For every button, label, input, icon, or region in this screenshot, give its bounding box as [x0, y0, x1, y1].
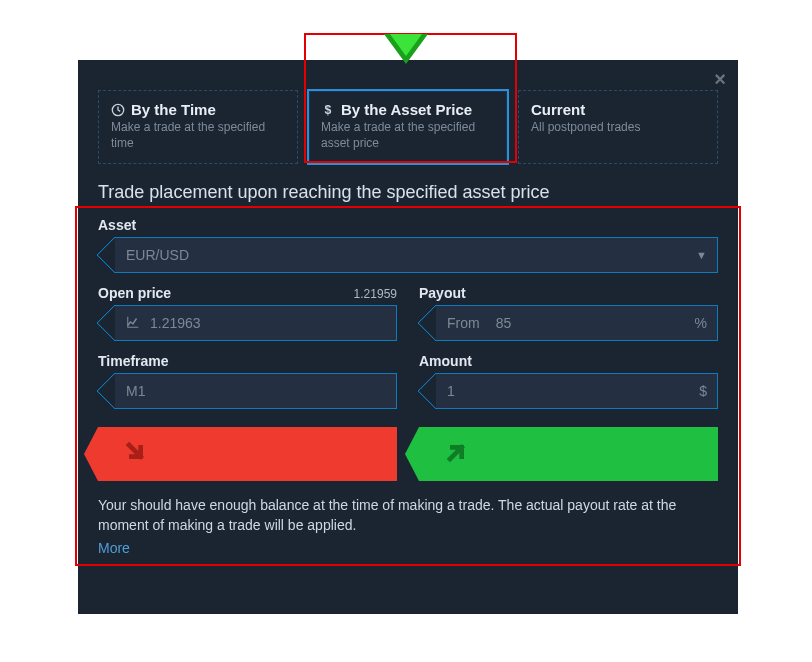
open-price-label: Open price	[98, 285, 171, 301]
open-price-hint: 1.21959	[354, 287, 397, 301]
tab-by-time[interactable]: By the Time Make a trade at the specifie…	[98, 90, 298, 164]
action-row	[98, 427, 718, 481]
arrow-up-right-icon	[443, 438, 471, 470]
clock-icon	[111, 103, 125, 117]
tab-current[interactable]: Current All postponed trades	[518, 90, 718, 164]
open-price-group: Open price 1.21959 1.21963	[98, 285, 397, 341]
timeframe-select[interactable]: M1	[98, 373, 397, 409]
timeframe-group: Timeframe M1	[98, 353, 397, 409]
timeframe-value: M1	[126, 383, 396, 399]
arrow-down-icon	[384, 34, 428, 64]
asset-select[interactable]: EUR/USD ▼	[98, 237, 718, 273]
payout-prefix: From	[447, 315, 480, 331]
amount-label: Amount	[419, 353, 472, 369]
more-link[interactable]: More	[98, 540, 130, 556]
section-title: Trade placement upon reaching the specif…	[98, 182, 718, 203]
tab-subtitle: Make a trade at the specified asset pric…	[321, 120, 495, 151]
amount-group: Amount 1 $	[419, 353, 718, 409]
tab-bar: By the Time Make a trade at the specifie…	[98, 90, 718, 164]
tab-title: Current	[531, 101, 585, 118]
tab-subtitle: Make a trade at the specified time	[111, 120, 285, 151]
asset-label: Asset	[98, 217, 136, 233]
trade-dialog: × By the Time Make a trade at the specif…	[78, 60, 738, 614]
tab-title: By the Time	[131, 101, 216, 118]
tab-by-asset-price[interactable]: $ By the Asset Price Make a trade at the…	[308, 90, 508, 164]
open-price-input[interactable]: 1.21963	[98, 305, 397, 341]
asset-value: EUR/USD	[126, 247, 696, 263]
arrow-down-right-icon	[122, 438, 150, 470]
timeframe-label: Timeframe	[98, 353, 169, 369]
chevron-down-icon: ▼	[696, 249, 707, 261]
trade-form: Asset EUR/USD ▼ Open price 1.21959 1.219…	[98, 217, 718, 409]
currency-icon: $	[699, 383, 707, 399]
percent-icon: %	[695, 315, 707, 331]
tab-subtitle: All postponed trades	[531, 120, 705, 136]
payout-label: Payout	[419, 285, 466, 301]
tab-title: By the Asset Price	[341, 101, 472, 118]
open-price-value: 1.21963	[150, 315, 396, 331]
payout-value: 85	[496, 315, 695, 331]
payout-group: Payout From 85 %	[419, 285, 718, 341]
disclaimer-text: Your should have enough balance at the t…	[98, 495, 718, 536]
asset-group: Asset EUR/USD ▼	[98, 217, 718, 273]
dollar-icon: $	[321, 103, 335, 117]
chart-line-icon	[126, 315, 140, 332]
sell-button[interactable]	[98, 427, 397, 481]
svg-text:$: $	[325, 103, 332, 117]
amount-input[interactable]: 1 $	[419, 373, 718, 409]
amount-value: 1	[447, 383, 699, 399]
payout-input[interactable]: From 85 %	[419, 305, 718, 341]
buy-button[interactable]	[419, 427, 718, 481]
close-icon[interactable]: ×	[714, 68, 726, 91]
